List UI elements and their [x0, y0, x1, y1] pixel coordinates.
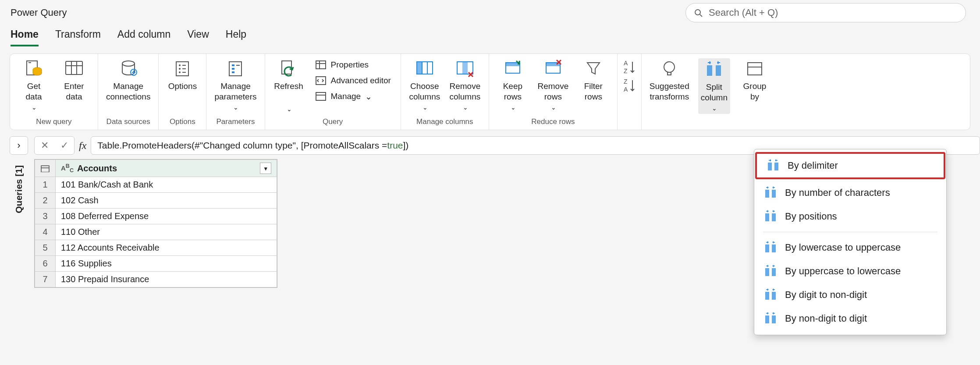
cell-accounts[interactable]: 102 Cash — [56, 193, 277, 209]
menu-upper-to-lower[interactable]: By uppercase to lowercase — [754, 259, 946, 283]
options-button[interactable]: Options — [167, 58, 198, 92]
row-number-header[interactable] — [35, 160, 56, 177]
filter-rows-button[interactable]: Filter rows — [578, 58, 609, 102]
row-number[interactable]: 3 — [35, 209, 56, 224]
cell-accounts[interactable]: 110 Other — [56, 224, 277, 240]
tab-help[interactable]: Help — [226, 28, 246, 46]
table-row[interactable]: 2102 Cash — [35, 193, 277, 209]
choose-columns-button[interactable]: Choose columns⌄ — [409, 58, 440, 111]
fx-icon[interactable]: fx — [79, 140, 86, 152]
keep-rows-button[interactable]: Keep rows⌄ — [497, 58, 529, 111]
suggested-transforms-label: Suggested transforms — [650, 81, 689, 102]
manage-label: Manage — [331, 92, 361, 101]
formula-true-keyword: true — [387, 140, 403, 151]
ribbon-group-parameters: Manage parameters⌄ Parameters — [206, 54, 265, 130]
remove-rows-icon — [543, 59, 563, 78]
get-data-button[interactable]: Get data⌄ — [18, 58, 50, 111]
row-number[interactable]: 7 — [35, 272, 56, 287]
queries-pane-label[interactable]: Queries [1] — [12, 159, 26, 220]
row-number[interactable]: 1 — [35, 177, 56, 193]
table-row[interactable]: 6116 Supplies — [35, 256, 277, 272]
formula-text-suffix: ]) — [403, 140, 409, 151]
cancel-formula-icon[interactable]: ✕ — [41, 140, 49, 151]
manage-icon — [315, 91, 327, 102]
suggested-transforms-button[interactable]: Suggested transforms — [650, 58, 689, 102]
properties-button[interactable]: Properties — [313, 58, 393, 71]
group-label-new-query: New query — [18, 116, 90, 126]
cell-accounts[interactable]: 101 Bank/Cash at Bank — [56, 177, 277, 193]
group-by-button[interactable]: Group by — [739, 58, 771, 102]
sort-desc-icon[interactable] — [622, 77, 637, 92]
cell-accounts[interactable]: 108 Deferred Expense — [56, 209, 277, 224]
cell-accounts[interactable]: 130 Prepaid Insurance — [56, 272, 277, 287]
split-icon — [764, 210, 777, 223]
column-type-icon: ABC — [61, 163, 74, 174]
ribbon-group-manage-columns: Choose columns⌄ Remove columns⌄ Manage c… — [401, 54, 489, 130]
column-filter-dropdown[interactable]: ▾ — [260, 163, 271, 174]
cell-accounts[interactable]: 116 Supplies — [56, 256, 277, 272]
menu-by-delimiter[interactable]: By delimiter — [757, 154, 944, 177]
cell-accounts[interactable]: 112 Accounts Receivable — [56, 240, 277, 256]
remove-rows-button[interactable]: Remove rows⌄ — [537, 58, 569, 111]
split-icon — [767, 159, 780, 172]
menu-non-to-digit[interactable]: By non-digit to digit — [754, 307, 946, 330]
keep-rows-icon — [503, 59, 522, 78]
menu-digit-to-non[interactable]: By digit to non-digit — [754, 283, 946, 307]
options-label: Options — [168, 81, 197, 92]
row-number[interactable]: 5 — [35, 240, 56, 256]
group-label-sort — [622, 124, 637, 126]
filter-rows-label: Filter rows — [584, 81, 603, 102]
advanced-editor-label: Advanced editor — [331, 76, 391, 85]
ribbon-group-sort — [618, 54, 642, 130]
group-by-icon — [745, 59, 764, 78]
menu-lower-to-upper[interactable]: By lowercase to uppercase — [754, 236, 946, 259]
enter-data-button[interactable]: Enter data — [58, 58, 90, 102]
table-row[interactable]: 4110 Other — [35, 224, 277, 240]
row-number[interactable]: 2 — [35, 193, 56, 209]
menu-by-positions[interactable]: By positions — [754, 205, 946, 228]
row-number[interactable]: 4 — [35, 224, 56, 240]
manage-connections-icon — [119, 59, 138, 78]
tab-transform[interactable]: Transform — [55, 28, 101, 46]
get-data-icon — [24, 59, 43, 78]
table-row[interactable]: 5112 Accounts Receivable — [35, 240, 277, 256]
refresh-label: Refresh — [274, 81, 303, 92]
menu-non-to-digit-label: By non-digit to digit — [785, 313, 867, 324]
filter-rows-icon — [584, 59, 603, 78]
app-title: Power Query — [11, 7, 67, 18]
manage-parameters-button[interactable]: Manage parameters⌄ — [214, 58, 256, 111]
group-label-query: Query — [273, 116, 393, 126]
row-number[interactable]: 6 — [35, 256, 56, 272]
advanced-editor-button[interactable]: Advanced editor — [313, 74, 393, 87]
menu-by-num-chars-label: By number of characters — [785, 187, 890, 198]
split-column-button[interactable]: Split column⌄ — [698, 58, 730, 114]
remove-columns-button[interactable]: Remove columns⌄ — [449, 58, 481, 111]
split-icon — [764, 241, 777, 254]
remove-columns-label: Remove columns — [449, 81, 480, 102]
tab-add-column[interactable]: Add column — [117, 28, 170, 46]
tab-home[interactable]: Home — [11, 28, 39, 46]
sort-asc-icon[interactable] — [622, 58, 637, 73]
manage-connections-button[interactable]: Manage connections — [106, 58, 150, 102]
column-header-label: Accounts — [77, 163, 117, 174]
column-header-accounts[interactable]: ABC Accounts ▾ — [56, 160, 277, 177]
refresh-button[interactable]: Refresh⌄ — [273, 58, 305, 113]
search-box[interactable]: Search (Alt + Q) — [685, 3, 966, 22]
split-icon — [764, 186, 777, 199]
menu-digit-to-non-label: By digit to non-digit — [785, 289, 867, 301]
queries-pane-toggle[interactable]: › — [10, 136, 28, 155]
table-row[interactable]: 7130 Prepaid Insurance — [35, 272, 277, 287]
menu-by-num-chars[interactable]: By number of characters — [754, 181, 946, 205]
ribbon-group-new-query: Get data⌄ Enter data New query — [10, 54, 98, 130]
tab-view[interactable]: View — [187, 28, 209, 46]
ribbon: Get data⌄ Enter data New query Manage co… — [10, 53, 970, 130]
ribbon-group-data-sources: Manage connections Data sources — [98, 54, 159, 130]
group-label-parameters: Parameters — [214, 116, 256, 126]
accept-formula-icon[interactable]: ✓ — [60, 140, 68, 151]
menu-bar: Home Transform Add column View Help — [0, 25, 980, 47]
table-row[interactable]: 3108 Deferred Expense — [35, 209, 277, 224]
manage-button[interactable]: Manage ⌄ — [313, 90, 393, 103]
group-label-data-sources: Data sources — [106, 116, 150, 126]
manage-parameters-label: Manage parameters — [214, 81, 256, 102]
table-row[interactable]: 1101 Bank/Cash at Bank — [35, 177, 277, 193]
